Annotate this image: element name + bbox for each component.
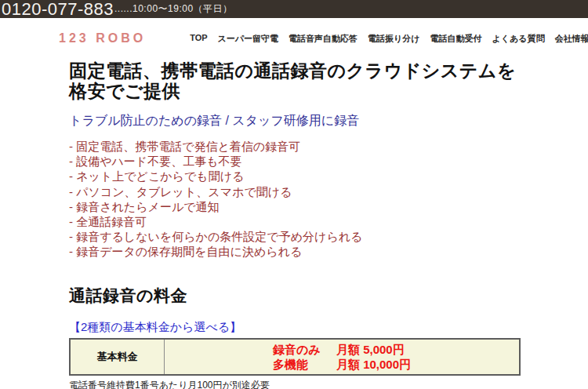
phone-number: 0120-077-883: [2, 1, 114, 18]
pricing-section-title: 通話録音の料金: [69, 285, 187, 307]
page-subtitle: トラブル防止のための録音 / スタッフ研修用に録音: [69, 113, 539, 129]
nav-item-faq[interactable]: よくある質問: [492, 33, 545, 45]
plan-name: 多機能: [273, 357, 336, 372]
nav-item-call-routing[interactable]: 電話振り分け: [368, 33, 420, 45]
feature-item: - 録音するしないを何らかの条件設定で予め分けられる: [69, 229, 555, 244]
main-nav: TOP スーパー留守電 電話音声自動応答 電話振り分け 電話自動受付 よくある質…: [190, 33, 588, 45]
feature-list: - 固定電話、携帯電話で発信と着信の録音可 - 設備やハード不要、工事も不要 -…: [69, 139, 555, 260]
pricing-table: 基本料金 録音のみ 月額 5,000円 多機能 月額 10,000円: [69, 338, 521, 376]
plan-price: 月額 10,000円: [336, 357, 411, 372]
plan-multifunction: 多機能 月額 10,000円: [273, 357, 411, 372]
pricing-plans-cell: 録音のみ 月額 5,000円 多機能 月額 10,000円: [165, 340, 519, 374]
nav-item-top[interactable]: TOP: [190, 33, 207, 45]
feature-item: - ネット上でどこからでも聞ける: [69, 169, 555, 184]
pricing-footnote: 電話番号維持費1番号あたり月100円が別途必要: [69, 379, 270, 389]
phone-topbar: 0120-077-883 ......10:00〜19:00（平日）: [0, 0, 588, 18]
nav-item-company-info[interactable]: 会社情報: [555, 33, 588, 45]
business-hours: ......10:00〜19:00（平日）: [114, 2, 233, 16]
feature-item: - 録音されたらメールで通知: [69, 199, 555, 214]
feature-item: - 固定電話、携帯電話で発信と着信の録音可: [69, 139, 555, 154]
plan-recording-only: 録音のみ 月額 5,000円: [273, 342, 411, 357]
site-logo[interactable]: 123 ROBO: [59, 31, 146, 45]
feature-item: - パソコン、タブレット、スマホで聞ける: [69, 184, 555, 199]
feature-item: - 全通話録音可: [69, 214, 555, 229]
feature-item: - 録音データの保存期間を自由に決められる: [69, 244, 555, 259]
pricing-plans: 録音のみ 月額 5,000円 多機能 月額 10,000円: [273, 342, 411, 372]
nav-item-voice-auto-response[interactable]: 電話音声自動応答: [289, 33, 358, 45]
nav-item-super-answering[interactable]: スーパー留守電: [218, 33, 279, 45]
nav-item-auto-reception[interactable]: 電話自動受付: [430, 33, 482, 45]
page-title-line1: 固定電話、携帯電話の通話録音のクラウドシステムを: [69, 60, 516, 81]
site-header: 123 ROBO TOP スーパー留守電 電話音声自動応答 電話振り分け 電話自…: [0, 30, 588, 47]
page-title-line2: 格安でご提供: [69, 81, 180, 101]
pricing-row-header: 基本料金: [71, 340, 165, 374]
plan-price: 月額 5,000円: [336, 342, 405, 357]
page-title: 固定電話、携帯電話の通話録音のクラウドシステムを 格安でご提供: [69, 60, 571, 101]
feature-item: - 設備やハード不要、工事も不要: [69, 154, 555, 169]
pricing-lead: 【2種類の基本料金から選べる】: [69, 320, 241, 335]
plan-name: 録音のみ: [273, 342, 336, 357]
